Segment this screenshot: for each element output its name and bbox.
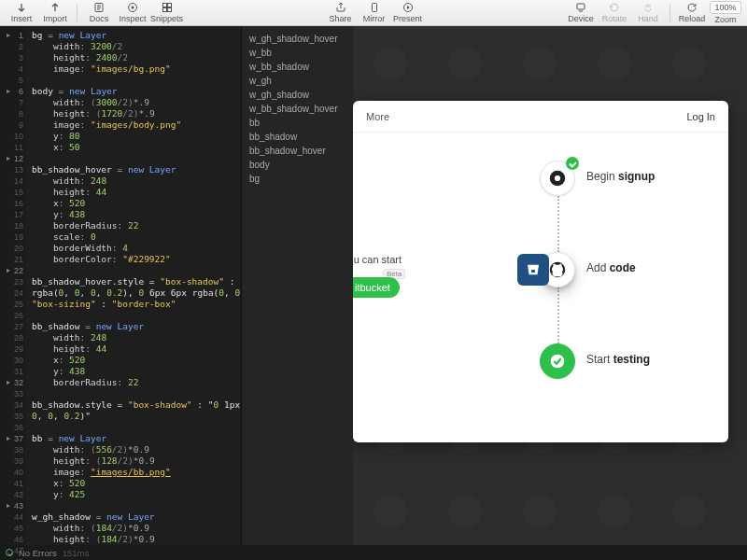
mirror-label: Mirror bbox=[363, 14, 386, 23]
docs-icon bbox=[93, 2, 105, 13]
card-header: More Log In bbox=[353, 101, 728, 133]
share-label: Share bbox=[330, 14, 352, 23]
svg-rect-4 bbox=[167, 4, 171, 7]
zoom-label: Zoom bbox=[714, 15, 736, 24]
layer-item[interactable]: body bbox=[249, 158, 345, 172]
import-label: Import bbox=[43, 14, 67, 23]
testing-icon bbox=[540, 343, 575, 379]
status-bar: No Errors 151ms bbox=[0, 545, 747, 560]
zoom-value: 100% bbox=[710, 1, 740, 14]
layer-item[interactable]: w_bb_shadow_hover bbox=[249, 102, 345, 116]
docs-label: Docs bbox=[90, 14, 109, 23]
inspect-button[interactable]: Inspect bbox=[117, 1, 148, 25]
import-button[interactable]: Import bbox=[39, 1, 71, 25]
mirror-button[interactable]: Mirror bbox=[359, 1, 390, 25]
svg-point-11 bbox=[555, 175, 560, 181]
present-button[interactable]: Present bbox=[392, 1, 424, 25]
step3-bold: testing bbox=[613, 353, 650, 366]
layer-item[interactable]: w_gh_shadow_hover bbox=[249, 32, 345, 46]
svg-rect-6 bbox=[167, 8, 171, 12]
status-ok-icon bbox=[6, 549, 13, 556]
insert-label: Insert bbox=[11, 14, 33, 23]
hand-label: Hand bbox=[638, 14, 658, 23]
inspect-icon bbox=[127, 2, 138, 13]
device-button[interactable]: Device bbox=[565, 1, 597, 25]
step-code[interactable]: Add code bbox=[540, 252, 689, 287]
docs-button[interactable]: Docs bbox=[83, 1, 115, 25]
hand-icon bbox=[642, 2, 654, 13]
rotate-button[interactable]: Rotate bbox=[599, 1, 630, 25]
step2-text: Add bbox=[586, 261, 610, 274]
step3-text: Start bbox=[586, 353, 613, 366]
device-icon bbox=[575, 2, 586, 13]
layer-item[interactable]: w_gh bbox=[249, 74, 345, 88]
check-icon bbox=[566, 157, 579, 170]
card-body: u can start Beta itbucket Begin signup bbox=[353, 133, 728, 442]
snippets-button[interactable]: Snippets bbox=[150, 1, 183, 25]
layer-item[interactable]: w_gh_shadow bbox=[249, 88, 345, 102]
step1-bold: signup bbox=[618, 170, 655, 183]
reload-label: Reload bbox=[679, 14, 706, 23]
layer-item[interactable]: w_bb_shadow bbox=[249, 60, 345, 74]
share-button[interactable]: Share bbox=[325, 1, 357, 25]
step-signup[interactable]: Begin signup bbox=[540, 161, 689, 196]
snippets-icon bbox=[162, 2, 173, 13]
step1-text: Begin bbox=[586, 170, 618, 183]
step-testing[interactable]: Start testing bbox=[540, 343, 689, 379]
device-label: Device bbox=[568, 14, 594, 23]
svg-point-2 bbox=[132, 7, 134, 9]
present-icon bbox=[402, 2, 414, 13]
svg-rect-3 bbox=[162, 4, 166, 7]
bitbucket-pill[interactable]: itbucket bbox=[353, 277, 400, 298]
svg-rect-5 bbox=[162, 8, 166, 12]
inspect-label: Inspect bbox=[119, 14, 146, 23]
status-time: 151ms bbox=[63, 548, 90, 558]
svg-rect-12 bbox=[531, 270, 535, 273]
insert-button[interactable]: Insert bbox=[6, 1, 37, 25]
frag-text: u can start bbox=[354, 254, 402, 265]
preview-card: More Log In u can start Beta itbucket Be… bbox=[353, 101, 728, 442]
layer-item[interactable]: bg bbox=[249, 172, 345, 186]
insert-icon bbox=[16, 2, 27, 13]
snippets-label: Snippets bbox=[150, 14, 183, 23]
layer-item[interactable]: bb_shadow_hover bbox=[249, 144, 345, 158]
share-icon bbox=[335, 2, 346, 13]
import-icon bbox=[49, 2, 61, 13]
reload-button[interactable]: Reload bbox=[676, 1, 708, 25]
onboarding-flow: Begin signup Add code bbox=[540, 161, 689, 379]
layer-item[interactable]: w_bb bbox=[249, 46, 345, 60]
app-toolbar: Insert Import Docs Inspect Snippets Shar… bbox=[0, 0, 747, 26]
svg-rect-9 bbox=[577, 4, 585, 9]
main-area: 1234567891011121314151617181920212223242… bbox=[0, 26, 747, 545]
bitbucket-icon bbox=[517, 254, 549, 286]
rotate-icon bbox=[609, 2, 620, 13]
layer-panel: w_gh_shadow_hoverw_bbw_bb_shadoww_ghw_gh… bbox=[241, 26, 353, 545]
code-editor[interactable]: bg = new Layer width: 3200/2 height: 240… bbox=[26, 26, 241, 545]
rotate-label: Rotate bbox=[602, 14, 627, 23]
hand-button[interactable]: Hand bbox=[632, 1, 664, 25]
login-link[interactable]: Log In bbox=[686, 111, 715, 122]
present-label: Present bbox=[393, 14, 422, 23]
line-gutter: 1234567891011121314151617181920212223242… bbox=[0, 26, 26, 545]
layer-item[interactable]: bb_shadow bbox=[249, 130, 345, 144]
reload-icon bbox=[686, 2, 698, 13]
layer-item[interactable]: bb bbox=[249, 116, 345, 130]
more-link[interactable]: More bbox=[366, 111, 389, 122]
mirror-icon bbox=[369, 2, 380, 13]
status-errors: No Errors bbox=[19, 548, 57, 558]
svg-rect-7 bbox=[372, 4, 376, 12]
preview-pane: More Log In u can start Beta itbucket Be… bbox=[353, 26, 747, 545]
step2-bold: code bbox=[610, 261, 636, 274]
zoom-control[interactable]: 100% Zoom bbox=[710, 1, 741, 25]
